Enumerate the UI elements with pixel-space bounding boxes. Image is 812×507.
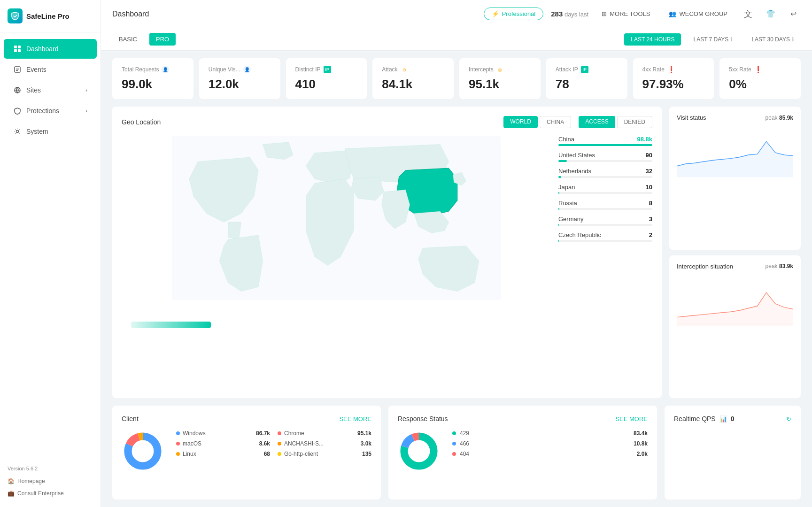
tab-basic[interactable]: BASIC xyxy=(112,33,144,46)
client-card: Client SEE MORE xyxy=(112,406,381,499)
stat-value: 99.0k xyxy=(122,77,184,92)
sidebar-item-dashboard[interactable]: Dashboard xyxy=(4,39,97,59)
stat-label-text: Intercepts xyxy=(469,66,494,73)
visit-status-card: Visit status peak 85.9k xyxy=(669,107,801,250)
client-os-item: Linux 68 xyxy=(176,451,270,457)
logout-btn[interactable]: ↩ xyxy=(786,7,801,22)
tools-icon: ⊞ xyxy=(602,10,607,17)
os-name: Windows xyxy=(183,430,253,437)
svg-rect-1 xyxy=(18,46,21,48)
sidebar: SafeLine Pro Dashboard xyxy=(0,0,101,507)
enterprise-link[interactable]: 💼 Consult Enterprise xyxy=(8,487,93,499)
response-see-more[interactable]: SEE MORE xyxy=(615,415,648,422)
client-browser-item: ANCHASHI-S... 3.0k xyxy=(278,440,371,447)
peak-label: peak xyxy=(766,115,778,121)
realtime-title: Realtime QPS xyxy=(674,415,716,422)
client-donut-chart xyxy=(122,430,169,477)
country-name: Japan xyxy=(558,184,575,191)
stat-label-text: Unique Vis... xyxy=(209,66,240,73)
geo-content: China 98.8k United States 90 xyxy=(122,136,652,333)
country-name: United States xyxy=(558,152,595,159)
warn-icon: ❗ xyxy=(754,66,762,73)
country-item: United States 90 xyxy=(558,152,652,162)
geo-btn-china[interactable]: CHINA xyxy=(540,116,571,128)
page-title: Dashboard xyxy=(112,10,476,18)
stat-value: 12.0k xyxy=(209,77,271,92)
stat-value: 78 xyxy=(556,77,618,92)
status-code: 404 xyxy=(460,451,469,457)
homepage-label: Homepage xyxy=(17,478,45,484)
time-30d-label: LAST 30 DAYS xyxy=(751,36,790,43)
svg-point-6 xyxy=(16,131,19,133)
os-dot xyxy=(176,452,180,456)
badge-label: Professional xyxy=(502,10,536,17)
enterprise-icon: 💼 xyxy=(8,490,15,497)
protections-icon xyxy=(13,107,22,115)
stat-value: 0% xyxy=(729,77,791,92)
stat-label-text: Attack IP xyxy=(556,66,578,73)
ip-icon: IP xyxy=(324,66,331,73)
sidebar-item-sites[interactable]: Sites › xyxy=(4,80,97,100)
geo-btn-access[interactable]: ACCESS xyxy=(579,116,615,128)
geo-btn-denied[interactable]: DENIED xyxy=(617,116,652,128)
browser-name: Go-http-client xyxy=(284,451,359,457)
sidebar-item-protections[interactable]: Protections › xyxy=(4,101,97,121)
browser-dot xyxy=(278,442,281,446)
refresh-icon[interactable]: ↻ xyxy=(786,415,791,422)
tab-pro[interactable]: PRO xyxy=(149,33,176,46)
translate-btn[interactable]: 文 xyxy=(741,7,756,22)
stat-attack: Attack ⊙ 84.1k xyxy=(372,58,454,99)
status-code: 466 xyxy=(460,440,469,447)
user-icon: 👤 xyxy=(243,66,251,73)
client-os-list: Windows 86.7k macOS 8.6k Linux 68 xyxy=(176,430,270,477)
home-icon: 🏠 xyxy=(8,478,15,484)
os-name: macOS xyxy=(183,440,256,447)
response-status-card: Response Status SEE MORE xyxy=(388,406,657,499)
stat-label-text: Distinct IP xyxy=(295,66,321,73)
badge-icon: ⚡ xyxy=(492,10,499,17)
sidebar-item-label: Events xyxy=(26,66,46,73)
status-value: 10.8k xyxy=(634,440,648,447)
visit-status-peak: peak 85.9k xyxy=(766,115,793,121)
sidebar-item-system[interactable]: System xyxy=(4,122,97,141)
country-name: Russia xyxy=(558,200,577,207)
days-count: 283 xyxy=(551,10,563,18)
client-see-more[interactable]: SEE MORE xyxy=(339,415,371,422)
protections-arrow-icon: › xyxy=(85,108,87,114)
time-7d-label: LAST 7 DAYS xyxy=(693,36,728,43)
stat-label-text: Attack xyxy=(382,66,397,73)
user-icon: 👤 xyxy=(162,66,169,73)
country-item: Russia 8 xyxy=(558,200,652,210)
status-value: 2.0k xyxy=(637,451,648,457)
country-value: 90 xyxy=(646,152,652,159)
days-info: 283 days last xyxy=(551,10,588,18)
country-item: China 98.8k xyxy=(558,136,652,146)
os-value: 68 xyxy=(264,451,270,457)
peak-value: 83.9k xyxy=(779,263,793,269)
homepage-link[interactable]: 🏠 Homepage xyxy=(8,475,93,487)
browser-dot xyxy=(278,452,281,456)
stat-total-requests: Total Requests 👤 99.0k xyxy=(112,58,193,99)
version-label: Version 5.6.2 xyxy=(8,466,93,471)
shirt-btn[interactable]: 👕 xyxy=(763,7,778,22)
sidebar-item-events[interactable]: Events xyxy=(4,60,97,79)
country-name: China xyxy=(558,136,574,143)
header: Dashboard ⚡ Professional 283 days last ⊞… xyxy=(101,0,812,28)
wecom-group-btn[interactable]: 👥 WECOM GROUP xyxy=(663,8,733,20)
interception-chart xyxy=(677,276,793,332)
time-btn-7d[interactable]: LAST 7 DAYS ℹ xyxy=(687,33,739,46)
stat-label-text: 4xx Rate xyxy=(642,66,665,73)
attack-ip-icon: IP xyxy=(581,66,588,73)
header-actions: ⊞ MORE TOOLS 👥 WECOM GROUP 文 👕 ↩ xyxy=(596,7,801,22)
client-os-item: macOS 8.6k xyxy=(176,440,270,447)
browser-name: ANCHASHI-S... xyxy=(284,440,358,447)
status-code: 429 xyxy=(460,430,469,437)
more-tools-btn[interactable]: ⊞ MORE TOOLS xyxy=(596,8,656,20)
stats-row: Total Requests 👤 99.0k Unique Vis... 👤 1… xyxy=(101,51,812,107)
time-btn-30d[interactable]: LAST 30 DAYS ℹ xyxy=(745,33,801,46)
client-content: Windows 86.7k macOS 8.6k Linux 68 xyxy=(122,430,371,477)
geo-btn-world[interactable]: WORLD xyxy=(503,116,538,128)
time-btn-24h[interactable]: LAST 24 HOURS xyxy=(624,33,681,46)
professional-badge[interactable]: ⚡ Professional xyxy=(484,8,544,20)
svg-rect-3 xyxy=(18,49,21,52)
